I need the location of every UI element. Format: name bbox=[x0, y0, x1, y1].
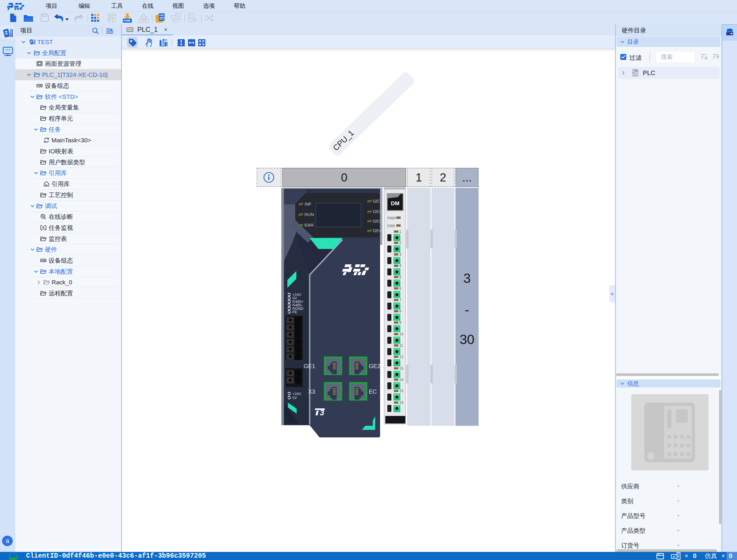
svg-text:1: 1 bbox=[399, 229, 401, 234]
svg-text:PWR: PWR bbox=[387, 216, 396, 220]
svg-text:DM: DM bbox=[391, 200, 399, 206]
svg-text:16: 16 bbox=[399, 400, 403, 405]
svg-text:6: 6 bbox=[399, 286, 401, 290]
svg-text:GE1: GE1 bbox=[373, 199, 381, 203]
svg-text:EC: EC bbox=[369, 388, 377, 395]
svg-text:GE2: GE2 bbox=[373, 209, 381, 214]
svg-text:X3: X3 bbox=[308, 388, 315, 395]
svg-text:ERR: ERR bbox=[387, 224, 395, 228]
svg-text:8: 8 bbox=[399, 309, 401, 313]
svg-text:5: 5 bbox=[399, 275, 401, 279]
svg-text:GE3: GE3 bbox=[373, 219, 381, 223]
svg-text:0V: 0V bbox=[292, 396, 297, 400]
svg-text:11: 11 bbox=[399, 343, 403, 348]
svg-text:9: 9 bbox=[399, 320, 401, 325]
svg-text:2: 2 bbox=[399, 241, 401, 245]
svg-text:4: 4 bbox=[399, 263, 401, 268]
svg-text:+24V: +24V bbox=[292, 392, 301, 396]
svg-text:15: 15 bbox=[399, 389, 403, 393]
svg-text:10: 10 bbox=[399, 332, 403, 336]
svg-text:3: 3 bbox=[399, 252, 401, 257]
svg-text:13: 13 bbox=[399, 366, 403, 370]
svg-text:GE1: GE1 bbox=[304, 363, 315, 369]
svg-text:14: 14 bbox=[399, 377, 403, 382]
svg-text:PE: PE bbox=[292, 310, 298, 314]
svg-text:7: 7 bbox=[399, 298, 401, 302]
svg-text:ERR: ERR bbox=[305, 223, 314, 228]
svg-text:RUN: RUN bbox=[305, 212, 314, 217]
svg-text:GE4: GE4 bbox=[373, 228, 381, 233]
svg-text:GE2: GE2 bbox=[369, 363, 380, 369]
svg-text:INF: INF bbox=[305, 201, 312, 206]
svg-text:12: 12 bbox=[399, 354, 403, 359]
